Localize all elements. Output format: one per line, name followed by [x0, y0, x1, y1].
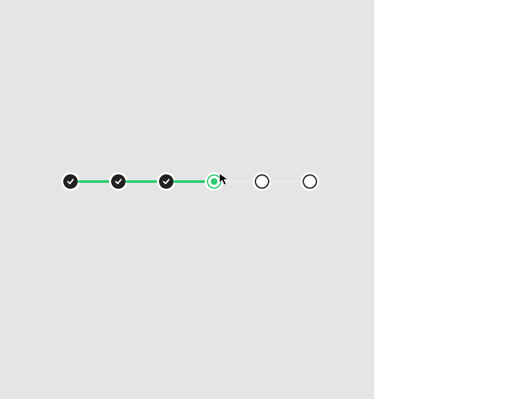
step-5-upcoming[interactable]: [255, 174, 269, 189]
progress-stepper: [63, 174, 317, 189]
step-3-completed[interactable]: [159, 174, 174, 189]
connector-1: [78, 180, 111, 183]
canvas-region: [0, 0, 374, 399]
checkmark-icon: [114, 178, 122, 186]
connector-3: [174, 180, 207, 183]
step-2-completed[interactable]: [111, 174, 126, 189]
step-6-upcoming[interactable]: [303, 174, 317, 189]
checkmark-icon: [66, 178, 74, 186]
checkmark-icon: [162, 178, 170, 186]
step-1-completed[interactable]: [63, 174, 78, 189]
connector-5: [269, 180, 303, 183]
connector-2: [126, 180, 159, 183]
cursor-icon: [219, 173, 229, 186]
